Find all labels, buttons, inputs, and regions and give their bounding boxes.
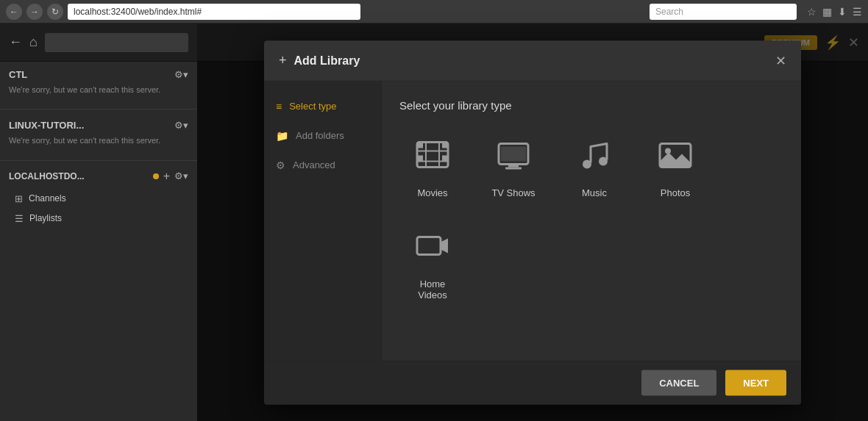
server-linux-error: We're sorry, but we can't reach this ser… bbox=[9, 135, 188, 152]
modal-plus-icon: + bbox=[279, 53, 287, 68]
online-indicator bbox=[153, 173, 159, 179]
back-button[interactable]: ← bbox=[6, 4, 22, 20]
server-linux-gear-icon[interactable]: ⚙▾ bbox=[174, 120, 188, 131]
localhost-name: LOCALHOSTDO... bbox=[9, 171, 149, 181]
add-folders-icon: 📁 bbox=[276, 129, 288, 141]
library-type-photos[interactable]: Photos bbox=[642, 129, 708, 205]
sidebar: ← ⌂ CTL ⚙▾ We're sorry, but we can't rea… bbox=[0, 24, 197, 421]
svg-rect-3 bbox=[417, 155, 423, 161]
svg-rect-2 bbox=[442, 142, 448, 148]
sidebar-header: ← ⌂ bbox=[0, 24, 197, 62]
svg-rect-4 bbox=[442, 155, 448, 161]
divider-2 bbox=[0, 160, 197, 161]
tvshows-icon bbox=[495, 136, 532, 179]
add-library-modal: + Add Library ✕ ≡ Select type 📁 Add fold… bbox=[264, 40, 801, 404]
homevideos-label: Home Videos bbox=[407, 278, 458, 300]
music-label: Music bbox=[582, 187, 607, 198]
download-icon[interactable]: ⬇ bbox=[838, 6, 847, 18]
modal-sidebar: ≡ Select type 📁 Add folders ⚙ Advanced bbox=[264, 81, 382, 360]
cancel-button[interactable]: CANCEL bbox=[641, 370, 716, 395]
bookmark-icon[interactable]: ☆ bbox=[807, 6, 817, 18]
sidebar-item-channels-label: Channels bbox=[29, 193, 66, 204]
next-button[interactable]: NEXT bbox=[725, 370, 786, 395]
wizard-step-add-folders-label: Add folders bbox=[296, 130, 344, 141]
server-ctl-section: CTL ⚙▾ We're sorry, but we can't reach t… bbox=[0, 62, 197, 106]
sidebar-item-channels[interactable]: ⊞ Channels bbox=[0, 189, 197, 209]
svg-rect-10 bbox=[508, 164, 519, 167]
homevideos-icon bbox=[414, 227, 451, 270]
library-types-grid: Movies bbox=[399, 129, 783, 307]
divider-1 bbox=[0, 109, 197, 109]
localhost-header: LOCALHOSTDO... + ⚙▾ bbox=[9, 170, 188, 183]
svg-rect-11 bbox=[505, 167, 522, 169]
wizard-step-select-type-label: Select type bbox=[289, 101, 336, 112]
wizard-step-advanced[interactable]: ⚙ Advanced bbox=[264, 151, 381, 178]
svg-rect-12 bbox=[501, 146, 526, 161]
svg-point-14 bbox=[599, 156, 608, 165]
music-icon bbox=[576, 136, 613, 179]
sidebar-back-button[interactable]: ← bbox=[9, 35, 22, 50]
movies-icon bbox=[414, 136, 451, 179]
localhost-add-button[interactable]: + bbox=[163, 170, 170, 183]
browser-search-label: Search bbox=[655, 7, 683, 17]
sidebar-home-button[interactable]: ⌂ bbox=[29, 35, 38, 50]
svg-point-16 bbox=[665, 148, 671, 154]
modal-footer: CANCEL NEXT bbox=[264, 360, 801, 404]
modal-content-title: Select your library type bbox=[399, 98, 783, 111]
movies-label: Movies bbox=[417, 187, 447, 198]
server-ctl-name: CTL bbox=[9, 69, 27, 80]
svg-rect-17 bbox=[417, 237, 441, 254]
modal-header: + Add Library ✕ bbox=[264, 40, 801, 81]
main-content: PREMIUM ⚡ ✕ + Add Library ✕ ≡ bbox=[197, 24, 868, 421]
modal-title-row: + Add Library bbox=[279, 53, 360, 68]
library-type-music[interactable]: Music bbox=[561, 129, 627, 205]
server-linux-name: LINUX-TUTORI... bbox=[9, 120, 84, 131]
server-linux-controls: ⚙▾ bbox=[174, 120, 188, 131]
advanced-icon: ⚙ bbox=[276, 159, 285, 170]
library-type-homevideos[interactable]: Home Videos bbox=[399, 220, 466, 307]
wizard-step-select-type[interactable]: ≡ Select type bbox=[264, 93, 381, 119]
playlists-icon: ☰ bbox=[15, 213, 24, 224]
server-ctl-controls: ⚙▾ bbox=[174, 69, 188, 80]
browser-search-bar[interactable]: Search bbox=[650, 4, 797, 20]
localhost-gear-icon[interactable]: ⚙▾ bbox=[174, 170, 188, 181]
forward-button[interactable]: → bbox=[26, 4, 43, 20]
server-ctl-gear-icon[interactable]: ⚙▾ bbox=[174, 69, 188, 80]
sidebar-item-playlists[interactable]: ☰ Playlists bbox=[0, 209, 197, 229]
url-bar[interactable]: localhost:32400/web/index.html# bbox=[68, 4, 360, 20]
wizard-step-add-folders[interactable]: 📁 Add folders bbox=[264, 122, 381, 148]
menu-icon[interactable]: ☰ bbox=[853, 6, 862, 18]
library-type-movies[interactable]: Movies bbox=[399, 129, 466, 205]
url-text: localhost:32400/web/index.html# bbox=[74, 7, 202, 17]
sidebar-item-playlists-label: Playlists bbox=[29, 213, 62, 223]
svg-rect-1 bbox=[417, 142, 423, 148]
tvshows-label: TV Shows bbox=[491, 187, 535, 198]
library-type-tvshows[interactable]: TV Shows bbox=[480, 129, 547, 205]
server-linux-title-row: LINUX-TUTORI... ⚙▾ bbox=[9, 120, 188, 131]
channels-icon: ⊞ bbox=[15, 193, 23, 204]
server-linux-section: LINUX-TUTORI... ⚙▾ We're sorry, but we c… bbox=[0, 112, 197, 156]
photos-label: Photos bbox=[661, 187, 690, 198]
modal-body: ≡ Select type 📁 Add folders ⚙ Advanced S… bbox=[264, 81, 801, 360]
modal-title: Add Library bbox=[294, 54, 360, 67]
sidebar-search-input[interactable] bbox=[45, 33, 188, 52]
server-ctl-title-row: CTL ⚙▾ bbox=[9, 69, 188, 80]
modal-close-button[interactable]: ✕ bbox=[775, 52, 786, 68]
wizard-step-advanced-label: Advanced bbox=[293, 159, 335, 170]
reload-button[interactable]: ↻ bbox=[47, 4, 63, 20]
server-ctl-error: We're sorry, but we can't reach this ser… bbox=[9, 84, 188, 101]
browser-icons: ☆ ▦ ⬇ ☰ bbox=[807, 6, 862, 18]
localhost-section: LOCALHOSTDO... + ⚙▾ bbox=[0, 164, 197, 189]
modal-main-content: Select your library type bbox=[382, 81, 801, 360]
app-container: ← ⌂ CTL ⚙▾ We're sorry, but we can't rea… bbox=[0, 24, 868, 421]
select-type-icon: ≡ bbox=[276, 100, 282, 112]
photos-icon bbox=[657, 136, 694, 179]
browser-chrome: ← → ↻ localhost:32400/web/index.html# Se… bbox=[0, 0, 868, 24]
reader-icon[interactable]: ▦ bbox=[822, 6, 832, 18]
svg-point-13 bbox=[583, 159, 591, 168]
